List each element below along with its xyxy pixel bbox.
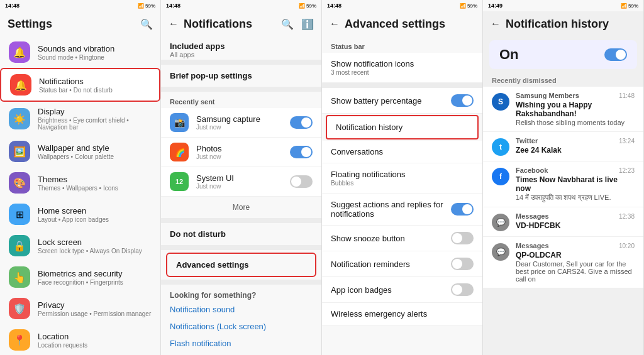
battery-3: 📶 59% <box>460 3 477 9</box>
settings-header: Settings 🔍 <box>0 11 160 36</box>
photos-name: Photos <box>196 144 290 153</box>
panel-advanced: 14:48 📶 59% ← Advanced settings Status b… <box>322 0 483 355</box>
suggest-actions-toggle[interactable] <box>451 203 474 216</box>
biometrics-subtitle: Face recognition • Fingerprints <box>38 279 152 286</box>
privacy-subtitle: Permission usage • Permission manager <box>38 310 152 317</box>
system-ui-toggle[interactable] <box>290 175 313 188</box>
adv-item-show-battery[interactable]: Show battery percentage <box>322 88 482 114</box>
adv-item-show-snooze[interactable]: Show snooze button <box>322 226 482 251</box>
themes-icon: 🎨 <box>9 172 30 194</box>
notif-link-1[interactable]: Notifications (Lock screen) <box>161 318 321 335</box>
lockscreen-title: Lock screen <box>38 238 152 247</box>
battery-1: 📶 59% <box>138 3 155 9</box>
divider-1 <box>161 60 321 65</box>
included-apps-label: Included apps <box>170 41 313 51</box>
display-title: Display <box>38 107 152 116</box>
brief-popup-settings[interactable]: Brief pop-up settings <box>161 65 321 87</box>
floating-notif-title: Floating notifications <box>331 170 474 179</box>
app-icon-badges-toggle[interactable] <box>451 283 474 296</box>
history-item-samsung-members[interactable]: SSamsung Members11:48Wishing you a Happy… <box>483 87 643 132</box>
photos-toggle[interactable] <box>290 146 313 158</box>
notif-link-2[interactable]: Flash notification <box>161 335 321 352</box>
back-button-2[interactable]: ← <box>169 18 179 30</box>
adv-item-notif-reminders[interactable]: Notification reminders <box>322 251 482 277</box>
settings-item-wallpaper[interactable]: 🖼️Wallpaper and styleWallpapers • Colour… <box>0 136 160 167</box>
adv-item-app-icon-badges[interactable]: App icon badges <box>322 277 482 303</box>
samsung-members-body: Relish those sibling moments today <box>516 119 635 126</box>
adv-item-floating-notif[interactable]: Floating notificationsBubbles <box>322 163 482 194</box>
on-toggle-row[interactable]: On <box>489 40 637 69</box>
settings-item-display[interactable]: ☀️DisplayBrightness • Eye comfort shield… <box>0 102 160 136</box>
divider-2 <box>161 87 321 92</box>
settings-item-homescreen[interactable]: ⊞Home screenLayout • App icon badges <box>0 199 160 230</box>
history-item-messages-1[interactable]: 💬Messages12:38VD-HDFCBK <box>483 207 643 237</box>
settings-item-biometrics[interactable]: 👆Biometrics and securityFace recognition… <box>0 261 160 293</box>
history-list: OnRecently dismissedSSamsung Members11:4… <box>483 36 643 355</box>
settings-title: Settings <box>8 18 140 31</box>
adv-item-notif-history[interactable]: Notification history <box>326 115 479 139</box>
adv-item-suggest-actions[interactable]: Suggest actions and replies for notifica… <box>322 194 482 226</box>
search-icon[interactable]: 🔍 <box>140 18 153 30</box>
messages-2-time: 10:20 <box>619 243 635 249</box>
display-icon: ☀️ <box>9 108 30 129</box>
samsung-members-time: 11:48 <box>619 92 635 99</box>
panel-notifications: 14:48 📶 59% ← Notifications 🔍 ℹ️ Include… <box>161 0 322 355</box>
notif-link-0[interactable]: Notification sound <box>161 301 321 318</box>
samsung-members-app-label: Samsung Members <box>516 92 579 99</box>
history-header: ← Notification history <box>483 11 643 36</box>
looking-for-header: Looking for something? <box>161 285 321 301</box>
back-button-3[interactable]: ← <box>330 18 340 30</box>
notif-app-system-ui[interactable]: 12System UIJust now <box>161 167 321 197</box>
show-battery-title: Show battery percentage <box>331 96 451 106</box>
settings-item-privacy[interactable]: 🛡️PrivacyPermission usage • Permission m… <box>0 293 160 324</box>
samsung-capture-name: Samsung capture <box>196 114 290 124</box>
notif-reminders-toggle[interactable] <box>451 258 474 270</box>
do-not-disturb[interactable]: Do not disturb <box>161 223 321 245</box>
notif-app-photos[interactable]: 🌈PhotosJust now <box>161 138 321 167</box>
settings-item-themes[interactable]: 🎨ThemesThemes • Wallpapers • Icons <box>0 167 160 199</box>
biometrics-icon: 👆 <box>9 266 30 288</box>
info-icon[interactable]: ℹ️ <box>301 18 314 30</box>
photos-time: Just now <box>196 153 290 160</box>
back-button-4[interactable]: ← <box>491 18 501 30</box>
history-item-facebook[interactable]: fFacebook12:23Times Now Navbharat is liv… <box>483 161 643 207</box>
search-icon-2[interactable]: 🔍 <box>281 18 294 30</box>
facebook-title: Times Now Navbharat is live now <box>516 175 635 193</box>
messages-1-title: VD-HDFCBK <box>516 221 635 230</box>
panel-notif-history: 14:49 📶 59% ← Notification history OnRec… <box>483 0 644 355</box>
settings-icons: 🔍 <box>140 18 153 30</box>
settings-item-location[interactable]: 📍LocationLocation requests <box>0 324 160 355</box>
adv-item-show-notif-icons[interactable]: Show notification icons3 most recent <box>322 53 482 83</box>
show-snooze-toggle[interactable] <box>451 232 474 244</box>
wallpaper-icon: 🖼️ <box>9 141 30 162</box>
location-title: Location <box>38 332 152 341</box>
adv-list: Status barShow notification icons3 most … <box>322 36 482 355</box>
notif-title: Notifications <box>184 18 281 31</box>
samsung-capture-toggle[interactable] <box>290 116 313 129</box>
show-battery-toggle[interactable] <box>451 94 474 107</box>
adv-item-conversations[interactable]: Conversations <box>322 141 482 163</box>
facebook-icon: f <box>492 168 509 185</box>
history-item-messages-2[interactable]: 💬Messages10:20QP-OLDCARDear Customer, Se… <box>483 237 643 288</box>
more-button[interactable]: More <box>161 197 321 218</box>
lockscreen-icon: 🔒 <box>9 235 30 256</box>
settings-item-sounds[interactable]: 🔔Sounds and vibrationSound mode • Ringto… <box>0 36 160 68</box>
wallpaper-subtitle: Wallpapers • Colour palette <box>38 153 152 160</box>
suggest-actions-title: Suggest actions and replies for notifica… <box>331 200 451 219</box>
notif-app-samsung-capture[interactable]: 📸Samsung captureJust now <box>161 108 321 138</box>
adv-divider-1 <box>322 83 482 88</box>
adv-item-wireless-emergency[interactable]: Wireless emergency alerts <box>322 303 482 325</box>
history-toggle[interactable] <box>604 48 627 61</box>
notif-list: Included appsAll appsBrief pop-up settin… <box>161 36 321 355</box>
history-item-twitter[interactable]: tTwitter13:24Zee 24 Kalak <box>483 132 643 161</box>
included-apps-row[interactable]: Included appsAll apps <box>161 36 321 60</box>
status-bar-2: 14:48 📶 59% <box>161 0 321 11</box>
advanced-settings-link[interactable]: Advanced settings <box>166 253 316 277</box>
divider-5 <box>161 280 321 285</box>
settings-item-notifications[interactable]: 🔔NotificationsStatus bar • Do not distur… <box>0 68 160 102</box>
facebook-time: 12:23 <box>619 167 635 174</box>
settings-item-lockscreen[interactable]: 🔒Lock screenScreen lock type • Always On… <box>0 230 160 261</box>
samsung-members-icon: S <box>492 93 509 111</box>
themes-subtitle: Themes • Wallpapers • Icons <box>38 185 152 192</box>
show-notif-icons-subtitle: 3 most recent <box>331 69 474 76</box>
